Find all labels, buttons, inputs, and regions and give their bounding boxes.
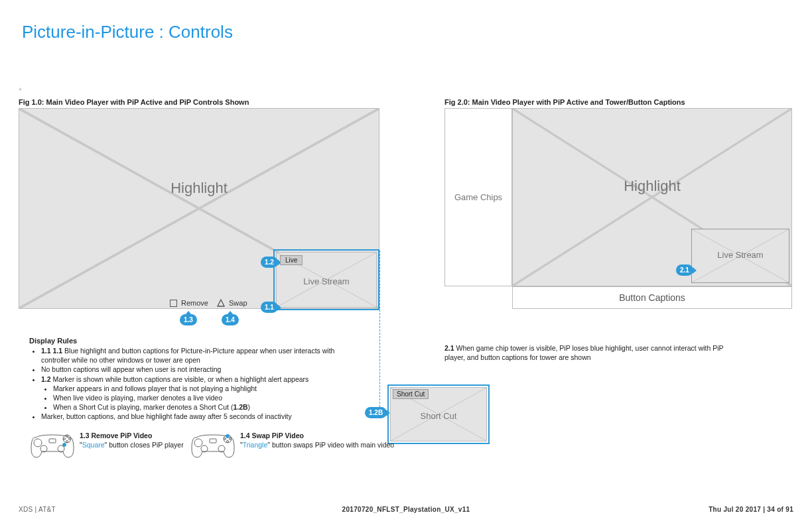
svg-rect-19 — [210, 439, 216, 443]
fig1-pip-label: Live Stream — [303, 276, 349, 286]
button-name: Triangle — [243, 441, 268, 449]
display-rules-body: 1.1 1.1 Blue highlight and button captio… — [29, 346, 354, 421]
controller-icon — [190, 430, 236, 459]
rule-2-1-text: 2.1 When game chip tower is visible, PiP… — [444, 343, 730, 362]
button-captions-label: Button Captions — [619, 292, 685, 303]
footer-filename: 20170720_NFLST_Playstation_UX_v11 — [342, 506, 470, 513]
fig2-game-chips-tower[interactable]: Game Chips — [444, 108, 512, 286]
triangle-icon — [217, 299, 225, 307]
blurb-title: 1.4 Swap PiP Video — [240, 431, 399, 440]
swap-label: Swap — [229, 299, 247, 307]
rule-ref: 1.2B — [233, 403, 247, 411]
shortcut-label: Short Cut — [421, 410, 457, 420]
fig2-pip-video: Live Stream — [691, 229, 789, 283]
svg-point-23 — [230, 438, 232, 440]
rule-num: 2.1 — [444, 344, 454, 352]
connector-line — [379, 251, 380, 414]
svg-rect-9 — [49, 439, 56, 443]
remove-label: Remove — [181, 299, 208, 307]
display-rules-title: Display Rules — [29, 337, 77, 345]
fig2-pip-label: Live Stream — [717, 250, 763, 260]
svg-point-14 — [69, 438, 71, 440]
svg-point-16 — [64, 438, 66, 440]
live-marker-badge: Live — [280, 255, 303, 265]
remove-caption[interactable]: Remove — [170, 299, 208, 307]
rule-text: ) — [248, 403, 251, 411]
footer-left: XDS | AT&T — [19, 506, 56, 513]
rule-num: 1.1 — [41, 347, 51, 355]
registration-mark: + — [19, 86, 22, 93]
rule-text: When a Short Cut is playing, marker deno… — [53, 403, 233, 411]
gamechips-label: Game Chips — [454, 192, 502, 202]
fig1-caption: Fig 1.0: Main Video Player with PiP Acti… — [19, 98, 249, 106]
annotation-1-2: 1.2 — [261, 257, 278, 268]
svg-point-24 — [227, 441, 229, 443]
fig1-main-label: Highlight — [170, 180, 228, 197]
svg-point-22 — [226, 435, 230, 438]
svg-point-25 — [224, 438, 226, 440]
svg-point-15 — [66, 441, 68, 443]
rule-text: When live video is playing, marker denot… — [53, 393, 354, 402]
fig2-caption: Fig 2.0: Main Video Player with PiP Acti… — [444, 98, 685, 106]
fig2-main-label: Highlight — [624, 178, 681, 195]
rule-text: No button captions will appear when user… — [41, 365, 354, 374]
svg-point-10 — [34, 439, 42, 447]
fig2-button-captions-bar: Button Captions — [512, 286, 792, 309]
shortcut-marker-badge: Short Cut — [393, 389, 429, 399]
swap-caption[interactable]: Swap — [217, 299, 247, 307]
square-icon — [170, 300, 177, 307]
annotation-1-3: 1.3 — [180, 314, 197, 325]
blurb-text: " button swaps PiP video with main video — [267, 441, 394, 449]
svg-point-20 — [194, 439, 202, 447]
page-title: Picture-in-Picture : Controls — [22, 22, 233, 42]
annotation-1-4: 1.4 — [222, 314, 239, 325]
rule-text: Marker, button captions, and blue highli… — [41, 412, 354, 421]
button-name: Square — [82, 441, 105, 449]
footer-date-page: Thu Jul 20 2017 | 34 of 91 — [709, 506, 793, 513]
annotation-2-1: 2.1 — [676, 264, 693, 276]
svg-point-12 — [63, 435, 71, 443]
rule-text: Marker appears in and follows player tha… — [53, 384, 354, 393]
svg-marker-4 — [218, 300, 224, 306]
rule-text: When game chip tower is visible, PiP los… — [444, 344, 723, 361]
annotation-1-1: 1.1 — [261, 302, 278, 313]
controller-icon — [29, 430, 76, 459]
svg-point-11 — [63, 443, 66, 447]
page-footer: XDS | AT&T 20170720_NFLST_Playstation_UX… — [0, 506, 812, 513]
blurb-text: " button closes PiP player — [105, 441, 184, 449]
annotation-1-2b: 1.2B — [365, 407, 387, 418]
swap-control-blurb: 1.4 Swap PiP Video "Triangle" button swa… — [240, 431, 399, 449]
